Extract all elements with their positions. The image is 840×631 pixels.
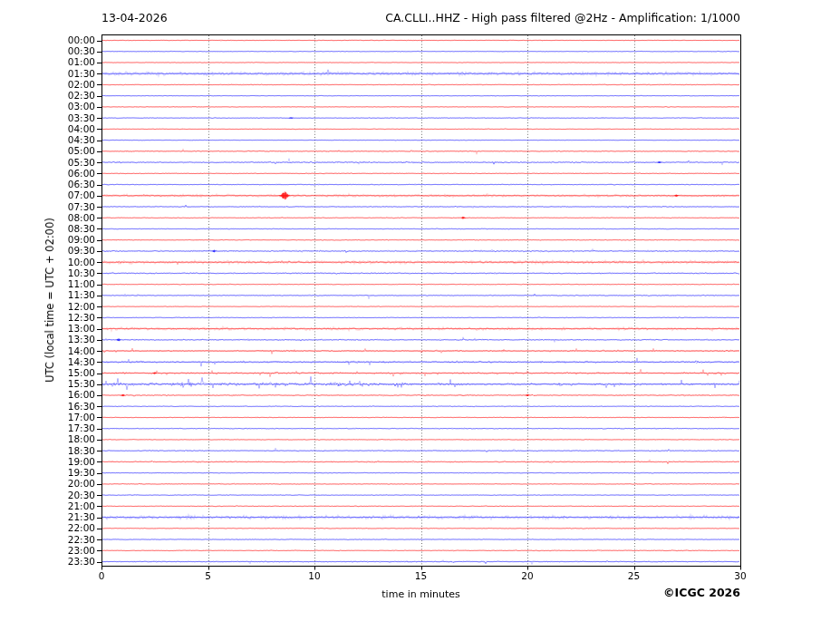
y-tick-label: 03:30 xyxy=(23,113,95,123)
y-tick-label: 20:00 xyxy=(23,479,95,489)
y-tick-label: 10:00 xyxy=(23,257,95,267)
y-tick-label: 01:00 xyxy=(23,57,95,67)
seismogram-plot-canvas xyxy=(0,0,840,631)
y-tick-label: 16:00 xyxy=(23,390,95,400)
y-tick-label: 00:00 xyxy=(23,35,95,45)
copyright-text: ©ICGC 2026 xyxy=(663,586,740,599)
x-tick-label: 10 xyxy=(296,570,333,581)
y-tick-label: 04:30 xyxy=(23,135,95,145)
y-tick-label: 11:30 xyxy=(23,290,95,300)
y-tick-label: 23:00 xyxy=(23,546,95,556)
y-tick-label: 18:30 xyxy=(23,446,95,456)
x-tick-label: 5 xyxy=(190,570,227,581)
y-tick-label: 07:30 xyxy=(23,202,95,212)
y-tick-label: 11:00 xyxy=(23,279,95,289)
x-tick-label: 0 xyxy=(83,570,120,581)
y-tick-label: 05:00 xyxy=(23,146,95,156)
y-tick-label: 21:30 xyxy=(23,512,95,522)
y-tick-label: 22:30 xyxy=(23,535,95,545)
y-tick-label: 19:30 xyxy=(23,468,95,478)
y-tick-label: 02:00 xyxy=(23,80,95,90)
x-tick-label: 20 xyxy=(509,570,546,581)
y-tick-label: 01:30 xyxy=(23,69,95,79)
y-tick-label: 09:30 xyxy=(23,246,95,256)
y-tick-label: 02:30 xyxy=(23,91,95,101)
y-tick-label: 10:30 xyxy=(23,268,95,278)
y-tick-label: 15:00 xyxy=(23,368,95,378)
y-tick-label: 09:00 xyxy=(23,235,95,245)
y-tick-label: 08:00 xyxy=(23,213,95,223)
x-axis-label: time in minutes xyxy=(101,588,740,600)
y-tick-label: 21:00 xyxy=(23,501,95,511)
y-tick-label: 23:30 xyxy=(23,557,95,567)
y-tick-label: 22:00 xyxy=(23,523,95,533)
y-tick-label: 04:00 xyxy=(23,124,95,134)
y-tick-label: 03:00 xyxy=(23,102,95,112)
y-tick-label: 05:30 xyxy=(23,158,95,168)
figure-title: CA.CLLI..HHZ - High pass filtered @2Hz -… xyxy=(385,11,740,24)
x-tick-label: 15 xyxy=(403,570,439,581)
y-tick-label: 17:00 xyxy=(23,413,95,422)
y-tick-label: 12:00 xyxy=(23,302,95,312)
y-tick-label: 06:30 xyxy=(23,180,95,189)
figure-date: 13-04-2026 xyxy=(101,11,168,24)
y-tick-label: 19:00 xyxy=(23,457,95,467)
x-tick-label: 30 xyxy=(722,570,758,581)
y-tick-label: 18:00 xyxy=(23,434,95,444)
y-tick-label: 13:00 xyxy=(23,324,95,334)
y-tick-label: 20:30 xyxy=(23,490,95,500)
y-tick-label: 16:30 xyxy=(23,402,95,412)
y-tick-label: 07:00 xyxy=(23,190,95,200)
y-tick-label: 14:00 xyxy=(23,346,95,356)
y-tick-label: 17:30 xyxy=(23,423,95,433)
helicorder-figure: 13-04-2026 CA.CLLI..HHZ - High pass filt… xyxy=(0,0,840,631)
y-tick-label: 14:30 xyxy=(23,357,95,367)
y-tick-label: 13:30 xyxy=(23,335,95,345)
x-tick-label: 25 xyxy=(616,570,652,581)
y-tick-label: 08:30 xyxy=(23,224,95,234)
y-tick-label: 00:30 xyxy=(23,46,95,56)
y-tick-label: 06:00 xyxy=(23,169,95,179)
y-tick-label: 15:30 xyxy=(23,379,95,389)
y-tick-label: 12:30 xyxy=(23,313,95,323)
